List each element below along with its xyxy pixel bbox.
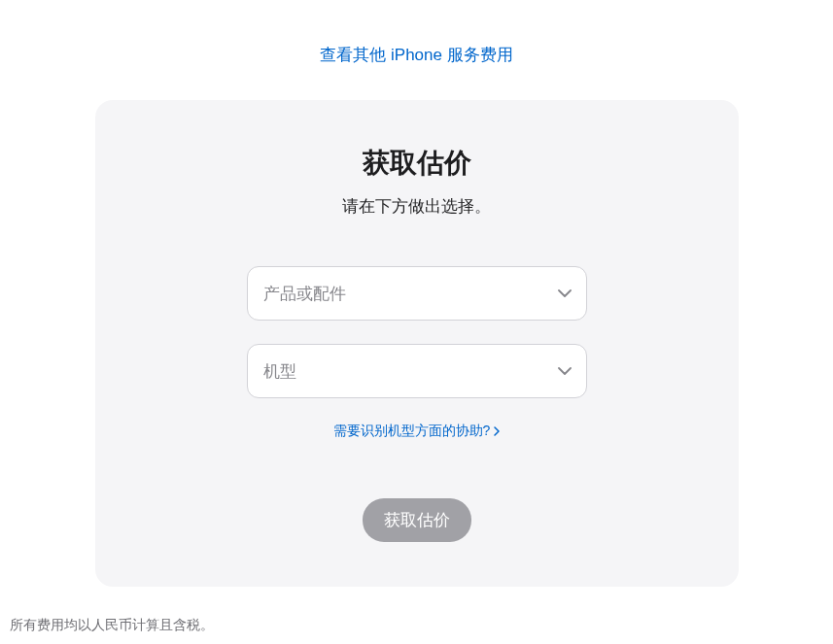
model-select[interactable]: 机型 bbox=[247, 344, 587, 398]
chevron-right-icon bbox=[494, 424, 500, 439]
top-link-container: 查看其他 iPhone 服务费用 bbox=[0, 0, 833, 100]
product-select[interactable]: 产品或配件 bbox=[247, 266, 587, 321]
other-services-link[interactable]: 查看其他 iPhone 服务费用 bbox=[320, 46, 512, 64]
card-subtitle: 请在下方做出选择。 bbox=[134, 195, 700, 218]
identify-model-help-link[interactable]: 需要识别机型方面的协助? bbox=[333, 423, 501, 440]
get-estimate-button[interactable]: 获取估价 bbox=[363, 498, 471, 542]
page-wrapper: 查看其他 iPhone 服务费用 获取估价 请在下方做出选择。 产品或配件 机型… bbox=[0, 0, 833, 644]
help-link-wrapper: 需要识别机型方面的协助? bbox=[134, 422, 700, 440]
product-select-wrapper: 产品或配件 bbox=[247, 266, 587, 321]
estimate-card: 获取估价 请在下方做出选择。 产品或配件 机型 需要识别机型方面的协助? bbox=[95, 100, 739, 587]
footnotes: 所有费用均以人民币计算且含税。 截至 2023 年 2 月底, 保外电池服务的费… bbox=[0, 587, 833, 644]
footnote-currency: 所有费用均以人民币计算且含税。 bbox=[10, 614, 823, 635]
model-select-wrapper: 机型 bbox=[247, 344, 587, 398]
help-link-text: 需要识别机型方面的协助? bbox=[333, 423, 491, 440]
card-title: 获取估价 bbox=[134, 145, 700, 182]
